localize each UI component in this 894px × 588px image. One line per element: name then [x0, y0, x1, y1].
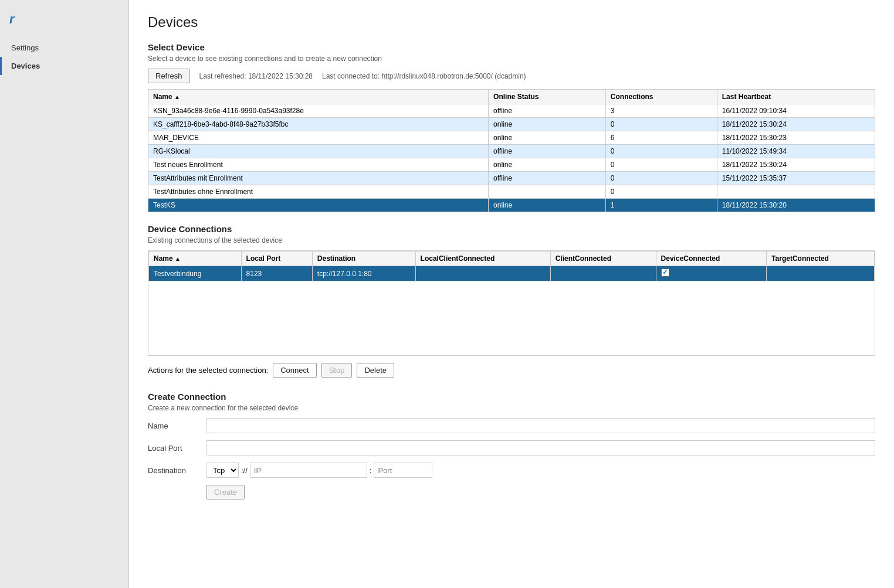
page-title: Devices — [148, 14, 875, 30]
device-heartbeat — [717, 185, 875, 199]
create-connection-section: Create Connection Create a new connectio… — [148, 392, 875, 499]
destination-row: Destination Tcp :// : — [148, 463, 875, 478]
col-connections[interactable]: Connections — [605, 90, 717, 104]
app-logo: r — [0, 6, 128, 39]
create-button[interactable]: Create — [206, 485, 245, 499]
local-port-row: Local Port — [148, 440, 875, 456]
device-connections: 0 — [605, 185, 717, 199]
device-name: Test neues Enrollment — [148, 158, 489, 172]
delete-button[interactable]: Delete — [357, 363, 394, 378]
conn-col-client[interactable]: ClientConnected — [550, 251, 656, 266]
sidebar-item-settings[interactable]: Settings — [0, 39, 128, 57]
table-row[interactable]: KSN_93a46c88-9e6e-4116-9990-0a543a93f28e… — [148, 104, 875, 118]
sidebar: r Settings Devices — [0, 0, 129, 588]
refresh-button[interactable]: Refresh — [148, 69, 190, 83]
conn-col-target[interactable]: TargetConnected — [767, 251, 875, 266]
table-row[interactable]: Test neues Enrollment online 0 18/11/202… — [148, 158, 875, 172]
actions-row: Actions for the selected connection: Con… — [148, 363, 875, 378]
devices-table: Name ▲ Online Status Connections Last He… — [148, 89, 875, 212]
connect-button[interactable]: Connect — [273, 363, 316, 378]
device-name: KSN_93a46c88-9e6e-4116-9990-0a543a93f28e — [148, 104, 489, 118]
device-connections: 1 — [605, 199, 717, 212]
device-name: KS_cafff218-6be3-4abd-8f48-9a27b33f5fbc — [148, 118, 489, 131]
device-heartbeat: 18/11/2022 15:30:24 — [717, 158, 875, 172]
sidebar-item-label-settings: Settings — [11, 43, 39, 52]
port-input[interactable] — [374, 463, 432, 478]
conn-col-local-client[interactable]: LocalClientConnected — [415, 251, 550, 266]
select-device-title: Select Device — [148, 42, 875, 52]
colon-separator: : — [370, 466, 372, 475]
local-port-label: Local Port — [148, 444, 206, 453]
device-name: TestAttributes ohne Ennrollment — [148, 185, 489, 199]
select-device-desc: Select a device to see existing connecti… — [148, 55, 875, 63]
device-connections: 0 — [605, 172, 717, 185]
sidebar-item-devices[interactable]: Devices — [0, 57, 128, 75]
device-status: online — [489, 158, 606, 172]
device-heartbeat: 16/11/2022 09:10:34 — [717, 104, 875, 118]
device-name: TestAttributes mit Enrollment — [148, 172, 489, 185]
device-heartbeat: 18/11/2022 15:30:24 — [717, 118, 875, 131]
conn-name: Testverbindung — [149, 266, 242, 281]
conn-destination: tcp://127.0.0.1:80 — [312, 266, 415, 281]
device-status: online — [489, 118, 606, 131]
col-name[interactable]: Name ▲ — [148, 90, 489, 104]
name-label: Name — [148, 422, 206, 430]
select-device-section: Select Device Select a device to see exi… — [148, 42, 875, 212]
device-name: TestKS — [148, 199, 489, 212]
col-online-status[interactable]: Online Status — [489, 90, 606, 104]
conn-local-port: 8123 — [241, 266, 312, 281]
stop-button[interactable]: Stop — [321, 363, 353, 378]
table-row[interactable]: MAR_DEVICE online 6 18/11/2022 15:30:23 — [148, 131, 875, 145]
conn-col-destination[interactable]: Destination — [312, 251, 415, 266]
sidebar-item-label-devices: Devices — [11, 62, 40, 70]
ip-input[interactable] — [250, 463, 367, 478]
destination-label: Destination — [148, 466, 206, 475]
device-status: offline — [489, 104, 606, 118]
refresh-row: Refresh Last refreshed: 18/11/2022 15:30… — [148, 69, 875, 83]
table-row[interactable]: RG-KSlocal offline 0 11/10/2022 15:49:34 — [148, 145, 875, 158]
actions-label: Actions for the selected connection: — [148, 366, 268, 375]
conn-col-local-port[interactable]: Local Port — [241, 251, 312, 266]
device-connections-title: Device Connections — [148, 224, 875, 234]
table-row[interactable]: KS_cafff218-6be3-4abd-8f48-9a27b33f5fbc … — [148, 118, 875, 131]
table-row[interactable]: Testverbindung 8123 tcp://127.0.0.1:80 — [149, 266, 875, 281]
device-connections-section: Device Connections Existing connections … — [148, 224, 875, 356]
device-heartbeat: 15/11/2022 15:35:37 — [717, 172, 875, 185]
device-heartbeat: 18/11/2022 15:30:20 — [717, 199, 875, 212]
device-status: online — [489, 131, 606, 145]
table-row[interactable]: TestAttributes ohne Ennrollment 0 — [148, 185, 875, 199]
local-port-input[interactable] — [206, 440, 875, 456]
device-heartbeat: 18/11/2022 15:30:23 — [717, 131, 875, 145]
device-connections: 0 — [605, 158, 717, 172]
name-input[interactable] — [206, 418, 875, 433]
conn-col-name[interactable]: Name ▲ — [149, 251, 242, 266]
device-name: MAR_DEVICE — [148, 131, 489, 145]
device-connections: 6 — [605, 131, 717, 145]
col-last-heartbeat[interactable]: Last Heartbeat — [717, 90, 875, 104]
device-status: offline — [489, 172, 606, 185]
device-status — [489, 185, 606, 199]
device-heartbeat: 11/10/2022 15:49:34 — [717, 145, 875, 158]
connections-table-wrapper: Name ▲ Local Port Destination LocalClien… — [148, 250, 875, 356]
create-button-row: Create — [148, 485, 875, 499]
conn-local-client — [415, 266, 550, 281]
conn-col-device[interactable]: DeviceConnected — [656, 251, 767, 266]
conn-target — [767, 266, 875, 281]
connections-table: Name ▲ Local Port Destination LocalClien… — [148, 251, 875, 281]
destination-inputs: Tcp :// : — [206, 463, 432, 478]
device-connections-desc: Existing connections of the selected dev… — [148, 236, 875, 244]
create-connection-desc: Create a new connection for the selected… — [148, 404, 875, 412]
last-connected: Last connected to: http://rdslinux048.ro… — [322, 72, 526, 80]
name-row: Name — [148, 418, 875, 433]
table-row[interactable]: TestKS online 1 18/11/2022 15:30:20 — [148, 199, 875, 212]
device-status: offline — [489, 145, 606, 158]
protocol-select[interactable]: Tcp — [206, 463, 239, 478]
device-name: RG-KSlocal — [148, 145, 489, 158]
checked-icon — [661, 268, 669, 277]
table-row[interactable]: TestAttributes mit Enrollment offline 0 … — [148, 172, 875, 185]
device-connections: 0 — [605, 118, 717, 131]
protocol-separator: :// — [241, 466, 248, 475]
conn-device-connected — [656, 266, 767, 281]
device-connections: 0 — [605, 145, 717, 158]
last-refreshed: Last refreshed: 18/11/2022 15:30:28 — [199, 72, 313, 80]
